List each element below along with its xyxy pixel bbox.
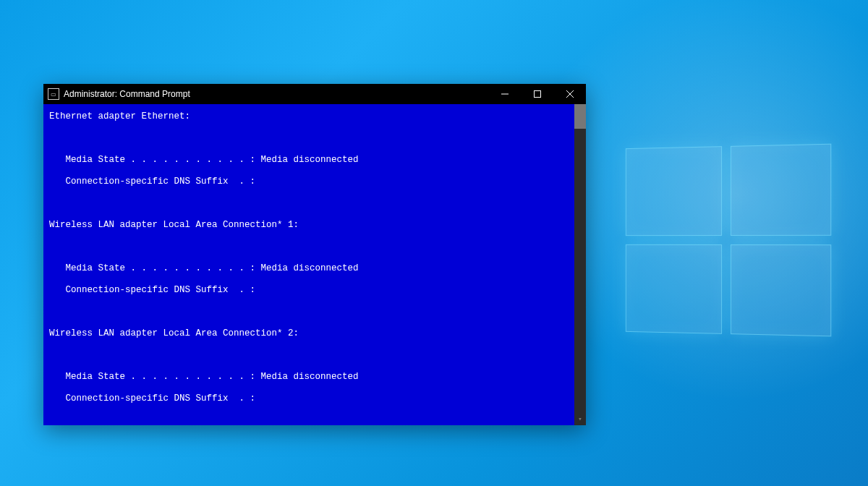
- command-prompt-window: ▭ Administrator: Command Prompt Ethernet…: [43, 84, 586, 425]
- windows-logo-pane: [626, 244, 722, 334]
- output-line: Connection-specific DNS Suffix . :: [49, 285, 580, 296]
- svg-rect-1: [534, 91, 540, 98]
- output-line: Wireless LAN adapter Local Area Connecti…: [49, 220, 580, 231]
- output-line: [49, 307, 580, 317]
- output-line: Connection-specific DNS Suffix . :: [49, 393, 580, 404]
- cmd-icon: ▭: [48, 88, 59, 100]
- titlebar[interactable]: ▭ Administrator: Command Prompt: [43, 84, 586, 104]
- close-button[interactable]: [553, 84, 586, 104]
- output-line: Media State . . . . . . . . . . . : Medi…: [49, 372, 580, 383]
- scrollbar-thumb[interactable]: [574, 104, 586, 129]
- output-line: [49, 133, 580, 144]
- scroll-down-icon[interactable]: ▾: [574, 414, 586, 425]
- output-line: Media State . . . . . . . . . . . : Medi…: [49, 155, 580, 166]
- windows-logo-pane: [730, 144, 831, 236]
- window-controls: [488, 84, 586, 104]
- output-line: [49, 350, 580, 361]
- windows-logo-pane: [730, 244, 831, 336]
- output-line: [49, 415, 580, 425]
- maximize-button[interactable]: [521, 84, 553, 104]
- output-line: Ethernet adapter Ethernet:: [49, 111, 580, 122]
- windows-logo-pane: [626, 146, 722, 236]
- window-title: Administrator: Command Prompt: [64, 89, 488, 99]
- terminal-output[interactable]: Ethernet adapter Ethernet: Media State .…: [43, 104, 586, 425]
- output-line: Wireless LAN adapter Local Area Connecti…: [49, 328, 580, 339]
- output-line: Connection-specific DNS Suffix . :: [49, 176, 580, 187]
- windows-logo: [626, 144, 831, 337]
- output-line: Media State . . . . . . . . . . . : Medi…: [49, 263, 580, 274]
- output-line: [49, 242, 580, 252]
- scrollbar[interactable]: ▾: [574, 104, 586, 425]
- minimize-button[interactable]: [488, 84, 521, 104]
- output-line: [49, 198, 580, 209]
